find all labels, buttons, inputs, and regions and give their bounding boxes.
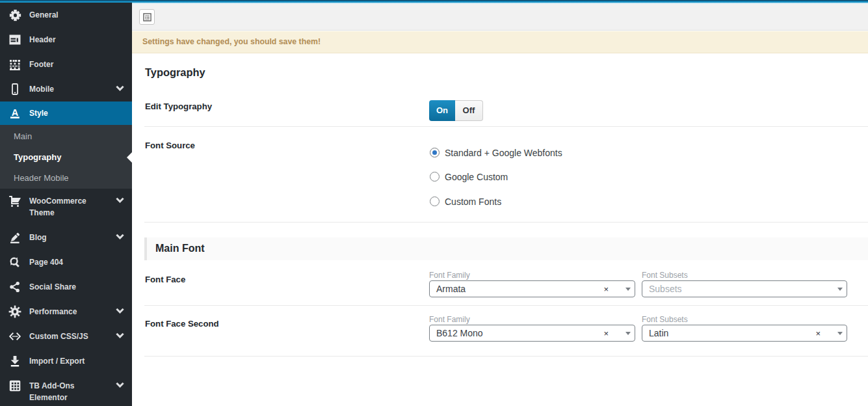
svg-text:A: A [12,107,19,118]
